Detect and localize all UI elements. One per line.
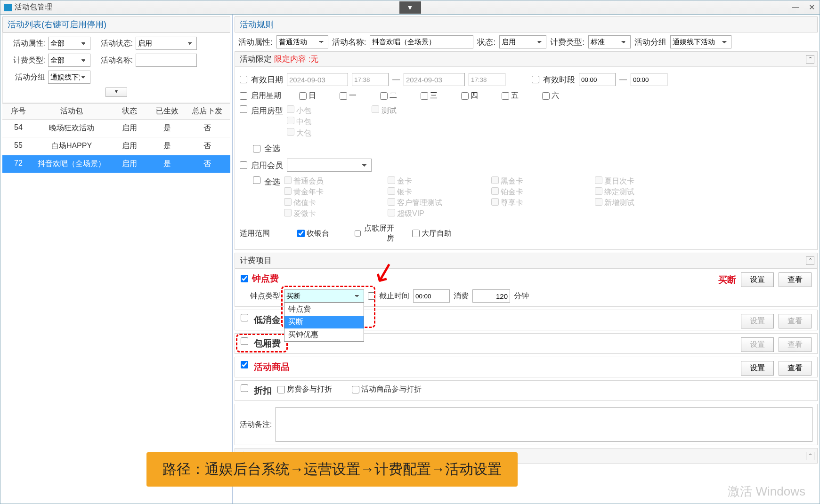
room-allcheck[interactable] (253, 145, 260, 152)
room-fee-title: 包厢费 (254, 337, 281, 350)
week-list: 日一二三四五六 (299, 91, 573, 101)
app-icon (4, 4, 12, 11)
filter-feetype-select[interactable] (48, 54, 90, 67)
rules-header: 活动规则 (235, 16, 818, 32)
minimize-button[interactable]: — (789, 2, 802, 13)
top-group-select[interactable] (670, 35, 731, 48)
valid-date-check[interactable] (240, 76, 247, 83)
valid-time-to[interactable] (631, 73, 667, 86)
week-day-check[interactable] (380, 92, 388, 100)
week-day-check[interactable] (340, 92, 347, 100)
room-set-button[interactable]: 设置 (741, 337, 774, 352)
top-state-select[interactable] (499, 35, 546, 48)
filter-attr-select[interactable] (48, 37, 90, 50)
discount-check[interactable] (241, 384, 248, 392)
time-to[interactable] (469, 73, 505, 86)
hour-type-select[interactable] (284, 289, 364, 303)
low-set-button[interactable]: 设置 (741, 314, 774, 328)
top-feetype-label: 计费类型: (550, 37, 585, 48)
scope-label: 适用范围 (240, 229, 279, 239)
discount-room-check[interactable] (277, 386, 285, 393)
week-check[interactable] (240, 92, 247, 100)
cutoff-check[interactable] (368, 292, 375, 300)
limit-red-text: 限定内容 :无 (274, 54, 318, 64)
collapse-icon[interactable]: ⌃ (806, 256, 814, 265)
date-to[interactable] (404, 73, 465, 86)
member-allcheck[interactable] (253, 176, 260, 184)
filter-status-label: 活动状态: (93, 39, 133, 48)
filter-name-input[interactable] (136, 54, 197, 67)
table-row[interactable]: 72 抖音欢唱（全场景） 启用 是 否 (2, 155, 230, 173)
goods-fee-check[interactable] (241, 361, 248, 368)
week-label: 启用星期 (251, 91, 281, 101)
note-row: 活动备注: (235, 404, 818, 445)
room-list: 小包 中包 大包 (287, 105, 311, 138)
top-name-label: 活动名称: (332, 37, 366, 48)
table-row[interactable]: 54 晚场狂欢活动 启用 是 否 (2, 120, 230, 137)
table-row[interactable]: 55 白场HAPPY 启用 是 否 (2, 137, 230, 155)
top-feetype-select[interactable] (588, 35, 631, 48)
collapse-icon[interactable]: ⌃ (806, 55, 814, 64)
discount-goods-check[interactable] (352, 386, 359, 393)
goods-fee-block: 活动商品 设置 查看 (235, 357, 818, 377)
top-attr-select[interactable] (276, 35, 328, 48)
member-type-check (388, 209, 395, 216)
room-view-button[interactable]: 查看 (779, 337, 812, 352)
member-grid: 普通会员 金卡 黑金卡 夏日次卡 黄金年卡 银卡 铂金卡 绑定测试 储值卡 客户… (284, 176, 698, 219)
col-down: 总店下发 (186, 106, 228, 116)
consume-label: 消费 (454, 291, 469, 301)
top-name-input[interactable] (370, 35, 473, 48)
valid-date-label: 有效日期 (251, 74, 283, 85)
member-type-check (595, 187, 602, 195)
member-select[interactable] (287, 159, 372, 172)
hour-type-dropdown[interactable]: 钟点费 买断 买钟优惠 (284, 303, 364, 342)
week-day-check[interactable] (299, 92, 307, 100)
member-type-check (284, 198, 292, 206)
week-day-check[interactable] (542, 92, 550, 100)
scope-screen[interactable] (355, 230, 361, 237)
top-state-label: 状态: (477, 37, 495, 48)
date-from[interactable] (287, 73, 348, 86)
hour-view-button[interactable]: 查看 (779, 272, 812, 287)
collapse-icon[interactable]: ⌃ (806, 452, 814, 460)
week-day-check[interactable] (421, 92, 428, 100)
room-type-check (287, 128, 294, 136)
low-fee-check[interactable] (241, 314, 248, 321)
discount-title: 折扣 (254, 384, 272, 397)
filter-status-select[interactable] (136, 37, 197, 50)
titlebar-center-button[interactable]: ▼ (399, 1, 421, 14)
room-fee-check[interactable] (241, 337, 248, 345)
scope-cashier[interactable] (297, 230, 305, 237)
goods-view-button[interactable]: 查看 (779, 361, 812, 376)
valid-time-check[interactable] (532, 76, 539, 83)
dropdown-option[interactable]: 买断 (284, 316, 364, 328)
week-day-check[interactable] (502, 92, 509, 100)
member-type-check (284, 209, 292, 216)
filter-group-select[interactable] (48, 71, 90, 84)
consume-input[interactable] (472, 289, 510, 303)
valid-time-from[interactable] (579, 73, 616, 86)
hour-fee-check[interactable] (241, 275, 248, 282)
goods-set-button[interactable]: 设置 (741, 361, 774, 376)
week-day-check[interactable] (461, 92, 469, 100)
dropdown-option[interactable]: 买钟优惠 (284, 328, 364, 341)
member-check[interactable] (240, 161, 247, 169)
more-toggle-button[interactable]: ▾ (106, 88, 127, 97)
close-button[interactable]: ✕ (806, 2, 818, 13)
dropdown-option[interactable]: 钟点费 (284, 303, 364, 316)
note-input[interactable] (276, 407, 812, 442)
hour-fee-title: 钟点费 (252, 272, 279, 285)
left-filter-box: 活动属性: 活动状态: 计费类型: 活动名称: 活动分组 ▾ (2, 32, 230, 103)
cutoff-time[interactable] (413, 289, 450, 303)
consume-unit: 分钟 (514, 291, 529, 301)
low-view-button[interactable]: 查看 (779, 314, 812, 328)
room-type-check (287, 105, 294, 113)
room-check[interactable] (240, 105, 247, 113)
hour-set-button[interactable]: 设置 (741, 272, 774, 287)
col-seq: 序号 (4, 106, 32, 116)
time-from[interactable] (352, 73, 389, 86)
app-window: 活动包管理 ▼ — ✕ 活动列表(右键可启用停用) 活动属性: 活动状态: 计费… (0, 0, 820, 504)
activity-table-header: 序号 活动包 状态 已生效 总店下发 (2, 103, 230, 120)
titlebar: 活动包管理 ▼ — ✕ (0, 0, 820, 15)
scope-lobby[interactable] (412, 230, 420, 237)
